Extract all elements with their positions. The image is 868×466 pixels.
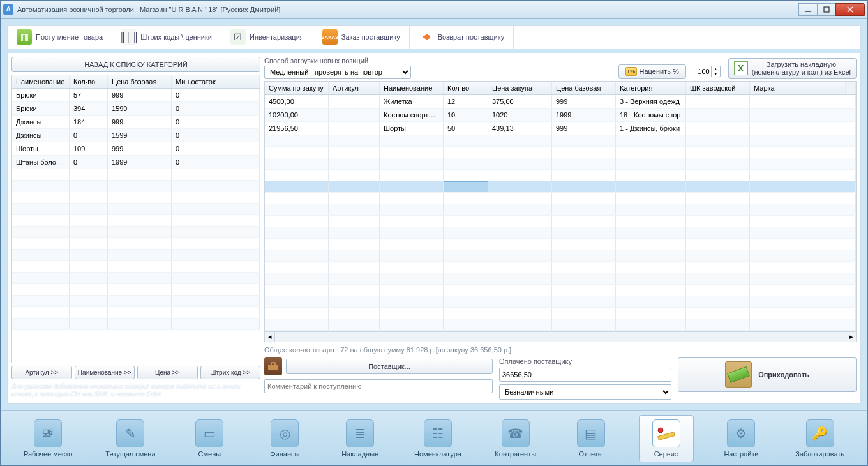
table-row[interactable] xyxy=(265,147,856,158)
table-row[interactable] xyxy=(265,204,856,216)
paid-amount-input[interactable] xyxy=(499,368,671,382)
nomenclature-grid[interactable]: Наименование Кол-во Цена базовая Мин.ост… xyxy=(11,75,260,363)
col-price[interactable]: Цена базовая xyxy=(108,75,172,88)
markup-group: +% Наценить % ▲▼ xyxy=(618,64,721,79)
col-brand[interactable]: Марка xyxy=(750,82,846,94)
col-qty[interactable]: Кол-во xyxy=(70,75,108,88)
nav-nomenclature[interactable]: ☷Номенклатура xyxy=(408,416,468,462)
table-row[interactable]: 10200,00Костюм спортивн101020199918 - Ко… xyxy=(265,109,856,122)
table-row[interactable]: Шорты1099990 xyxy=(12,142,260,156)
nav-shifts[interactable]: ▭Смены xyxy=(182,416,237,462)
table-row[interactable]: Штаны боло...019990 xyxy=(12,156,260,169)
app-icon: A xyxy=(3,4,13,15)
col-qty[interactable]: Кол-во xyxy=(444,82,488,94)
receive-goods-button[interactable]: Оприходовать xyxy=(678,357,857,392)
col-category[interactable]: Категория xyxy=(616,82,686,94)
table-row[interactable] xyxy=(265,135,856,147)
table-row[interactable]: 4500,00Жилетка12375,009993 - Верхняя оде… xyxy=(265,95,856,109)
nav-current-shift[interactable]: ✎Текущая смена xyxy=(99,416,161,462)
col-name[interactable]: Наименование xyxy=(12,75,70,88)
left-panel: НАЗАД К СПИСКУ КАТЕГОРИЙ Наименование Ко… xyxy=(11,57,260,400)
tab-barcodes[interactable]: ║║║Штрих коды \ ценники xyxy=(112,26,221,49)
table-row[interactable]: Джинсы015990 xyxy=(12,129,260,142)
table-row xyxy=(12,227,260,238)
minimize-button[interactable] xyxy=(798,3,818,16)
add-by-name-button[interactable]: Наименование >> xyxy=(75,366,135,379)
table-row[interactable] xyxy=(265,273,856,285)
table-row[interactable] xyxy=(265,319,856,331)
comment-input[interactable] xyxy=(264,379,493,393)
col-min[interactable]: Мин.остаток xyxy=(172,75,260,88)
receive-box-icon xyxy=(725,361,752,388)
col-sum[interactable]: Сумма по закупу xyxy=(265,82,329,94)
markup-spinner[interactable]: ▲▼ xyxy=(689,66,721,77)
table-row[interactable] xyxy=(265,250,856,262)
add-by-article-button[interactable]: Артикул >> xyxy=(11,366,72,379)
table-row[interactable] xyxy=(265,193,856,204)
content: НАЗАД К СПИСКУ КАТЕГОРИЙ Наименование Ко… xyxy=(7,53,861,404)
reports-icon: ▤ xyxy=(577,419,605,447)
table-row[interactable] xyxy=(265,262,856,273)
order-icon: ЗАКАЗ xyxy=(322,29,338,45)
nav-workplace[interactable]: 🖳Рабочее место xyxy=(17,416,79,462)
table-row[interactable] xyxy=(265,308,856,319)
nav-finance[interactable]: ◎Финансы xyxy=(257,416,312,462)
nav-settings[interactable]: ⚙Настройки xyxy=(714,416,768,462)
nav-reports[interactable]: ▤Отчеты xyxy=(564,416,618,462)
table-row[interactable] xyxy=(265,285,856,296)
horizontal-scrollbar[interactable]: ◂ ▸ xyxy=(265,331,856,342)
body: ▥Поступление товара ║║║Штрих коды \ ценн… xyxy=(1,19,867,410)
table-row[interactable]: Брюки39415990 xyxy=(12,102,260,116)
col-base-price[interactable]: Цена базовая xyxy=(552,82,616,94)
table-row[interactable]: Джинсы1849990 xyxy=(12,116,260,129)
nav-service[interactable]: Сервис xyxy=(639,415,694,462)
table-row xyxy=(12,284,260,296)
col-purchase-price[interactable]: Цена закупа xyxy=(488,82,552,94)
add-by-price-button[interactable]: Цена >> xyxy=(137,366,198,379)
table-row[interactable] xyxy=(265,239,856,250)
grid-body: 4500,00Жилетка12375,009993 - Верхняя оде… xyxy=(265,95,856,331)
table-row[interactable] xyxy=(265,181,856,193)
nav-lock[interactable]: 🔑Заблокировать xyxy=(789,416,851,462)
table-row[interactable] xyxy=(265,227,856,239)
spinner-down[interactable]: ▼ xyxy=(711,71,720,77)
load-excel-button[interactable]: X Загрузить накладную (номенклатуру и ко… xyxy=(728,58,857,79)
paid-label: Оплачено поставщику xyxy=(499,357,671,365)
nav-contractors[interactable]: ☎Контрагенты xyxy=(488,416,543,462)
titlebar: A Автоматизация розничной торговли : Маг… xyxy=(1,1,867,19)
scroll-left-icon[interactable]: ◂ xyxy=(265,332,275,342)
col-article[interactable]: Артикул xyxy=(329,82,380,94)
back-to-categories-button[interactable]: НАЗАД К СПИСКУ КАТЕГОРИЙ xyxy=(11,57,260,72)
tab-supplier-order[interactable]: ЗАКАЗЗаказ поставщику xyxy=(313,26,410,49)
add-by-barcode-button[interactable]: Штрих код >> xyxy=(200,366,261,379)
invoice-grid[interactable]: Сумма по закупу Артикул Наименование Кол… xyxy=(264,81,857,342)
close-button[interactable] xyxy=(835,3,865,16)
scroll-right-icon[interactable]: ▸ xyxy=(846,332,856,342)
workplace-icon: 🖳 xyxy=(34,419,62,447)
table-row[interactable] xyxy=(265,170,856,181)
col-barcode[interactable]: ШК заводской xyxy=(686,82,750,94)
tab-label: Поступление товара xyxy=(36,33,103,41)
box-icon: ▥ xyxy=(17,29,32,45)
payment-method-select[interactable]: Безналичными xyxy=(499,384,671,400)
bottom-nav: 🖳Рабочее место ✎Текущая смена ▭Смены ◎Фи… xyxy=(1,410,867,465)
tab-inventory[interactable]: ☑Инвентаризация xyxy=(221,26,313,49)
window-title: Автоматизация розничной торговли : Магаз… xyxy=(17,6,799,13)
table-row[interactable]: Брюки579990 xyxy=(12,89,260,102)
supplier-button[interactable]: Поставщик... xyxy=(286,359,493,374)
maximize-button[interactable] xyxy=(817,3,836,16)
table-row[interactable] xyxy=(265,216,856,227)
tab-supplier-return[interactable]: Возврат поставщику xyxy=(410,26,514,49)
table-row[interactable] xyxy=(265,158,856,170)
col-name[interactable]: Наименование xyxy=(380,82,444,94)
nav-invoices[interactable]: ≣Накладные xyxy=(333,416,387,462)
table-row[interactable] xyxy=(265,296,856,308)
markup-button[interactable]: +% Наценить % xyxy=(618,64,686,79)
tab-label: Возврат поставщику xyxy=(438,33,504,41)
load-mode-select[interactable]: Медленный - проверять на повтор xyxy=(264,66,411,79)
spinner-up[interactable]: ▲ xyxy=(711,66,720,71)
barcode-icon: ║║║ xyxy=(121,29,137,45)
markup-value-input[interactable] xyxy=(689,66,711,77)
tab-incoming-goods[interactable]: ▥Поступление товара xyxy=(8,26,112,49)
table-row[interactable]: 21956,50Шорты50439,139991 - Джинсы, брюк… xyxy=(265,122,856,135)
